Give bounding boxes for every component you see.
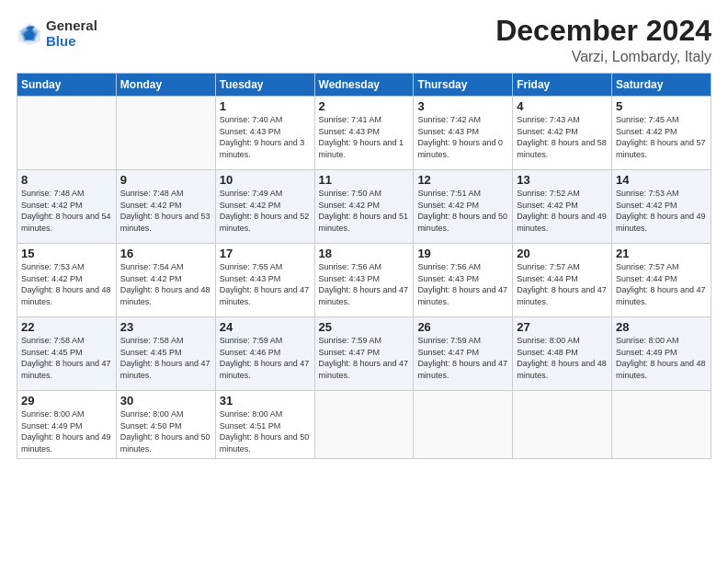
day-number: 9 [120, 173, 211, 187]
day-number: 20 [517, 247, 608, 260]
day-info: Sunrise: 7:56 AM Sunset: 4:43 PM Dayligh… [319, 262, 409, 306]
table-cell: 10Sunrise: 7:49 AM Sunset: 4:42 PM Dayli… [215, 170, 314, 244]
day-info: Sunrise: 7:55 AM Sunset: 4:43 PM Dayligh… [220, 262, 310, 306]
day-info: Sunrise: 7:53 AM Sunset: 4:42 PM Dayligh… [616, 189, 706, 233]
day-info: Sunrise: 7:57 AM Sunset: 4:44 PM Dayligh… [616, 262, 706, 306]
day-number: 10 [220, 173, 311, 187]
day-number: 31 [220, 394, 311, 408]
day-number: 14 [616, 173, 707, 187]
day-info: Sunrise: 7:58 AM Sunset: 4:45 PM Dayligh… [21, 336, 111, 380]
day-number: 30 [120, 394, 211, 408]
day-info: Sunrise: 7:54 AM Sunset: 4:42 PM Dayligh… [120, 262, 210, 306]
logo-general: General [46, 18, 97, 34]
month-title: December 2024 [495, 15, 711, 47]
col-friday: Friday [513, 74, 612, 97]
day-info: Sunrise: 7:40 AM Sunset: 4:43 PM Dayligh… [220, 115, 305, 159]
table-cell: 19Sunrise: 7:56 AM Sunset: 4:43 PM Dayli… [414, 244, 513, 317]
table-cell [116, 97, 215, 170]
calendar-body: 1Sunrise: 7:40 AM Sunset: 4:43 PM Daylig… [17, 97, 711, 458]
day-number: 8 [21, 173, 112, 187]
col-saturday: Saturday [612, 74, 711, 97]
col-tuesday: Tuesday [215, 74, 314, 97]
table-cell: 31Sunrise: 8:00 AM Sunset: 4:51 PM Dayli… [215, 391, 314, 458]
day-info: Sunrise: 7:41 AM Sunset: 4:43 PM Dayligh… [319, 115, 404, 159]
day-number: 24 [220, 320, 311, 334]
table-cell: 15Sunrise: 7:53 AM Sunset: 4:42 PM Dayli… [17, 244, 117, 317]
table-cell: 23Sunrise: 7:58 AM Sunset: 4:45 PM Dayli… [116, 317, 215, 391]
table-cell: 2Sunrise: 7:41 AM Sunset: 4:43 PM Daylig… [314, 97, 414, 170]
table-cell: 12Sunrise: 7:51 AM Sunset: 4:42 PM Dayli… [414, 170, 513, 244]
day-number: 15 [21, 247, 112, 260]
day-info: Sunrise: 8:00 AM Sunset: 4:51 PM Dayligh… [220, 409, 310, 454]
logo-text: General Blue [46, 18, 97, 49]
calendar-table: Sunday Monday Tuesday Wednesday Thursday… [17, 73, 711, 458]
day-info: Sunrise: 7:50 AM Sunset: 4:42 PM Dayligh… [319, 189, 409, 233]
table-cell: 13Sunrise: 7:52 AM Sunset: 4:42 PM Dayli… [513, 170, 612, 244]
day-info: Sunrise: 7:42 AM Sunset: 4:43 PM Dayligh… [417, 115, 503, 159]
day-info: Sunrise: 7:56 AM Sunset: 4:43 PM Dayligh… [417, 262, 507, 306]
day-info: Sunrise: 7:51 AM Sunset: 4:42 PM Dayligh… [417, 189, 507, 233]
day-number: 2 [319, 99, 410, 113]
day-number: 12 [417, 173, 508, 187]
day-info: Sunrise: 8:00 AM Sunset: 4:48 PM Dayligh… [517, 336, 607, 380]
day-info: Sunrise: 7:57 AM Sunset: 4:44 PM Dayligh… [517, 262, 607, 306]
table-cell: 3Sunrise: 7:42 AM Sunset: 4:43 PM Daylig… [414, 97, 513, 170]
day-number: 22 [21, 320, 112, 334]
table-cell: 30Sunrise: 8:00 AM Sunset: 4:50 PM Dayli… [116, 391, 215, 458]
day-number: 28 [616, 320, 707, 334]
day-number: 3 [417, 99, 508, 113]
day-info: Sunrise: 7:59 AM Sunset: 4:47 PM Dayligh… [319, 336, 409, 380]
day-number: 29 [21, 394, 112, 408]
day-info: Sunrise: 8:00 AM Sunset: 4:50 PM Dayligh… [120, 409, 210, 454]
table-cell: 20Sunrise: 7:57 AM Sunset: 4:44 PM Dayli… [513, 244, 612, 317]
day-number: 19 [417, 247, 508, 260]
day-info: Sunrise: 7:43 AM Sunset: 4:42 PM Dayligh… [517, 115, 607, 159]
day-number: 27 [517, 320, 608, 334]
table-cell: 27Sunrise: 8:00 AM Sunset: 4:48 PM Dayli… [513, 317, 612, 391]
table-cell: 1Sunrise: 7:40 AM Sunset: 4:43 PM Daylig… [215, 97, 314, 170]
table-cell: 5Sunrise: 7:45 AM Sunset: 4:42 PM Daylig… [612, 97, 711, 170]
day-info: Sunrise: 7:59 AM Sunset: 4:47 PM Dayligh… [417, 336, 507, 380]
title-block: December 2024 Varzi, Lombardy, Italy [495, 15, 711, 65]
day-number: 18 [319, 247, 410, 260]
day-number: 1 [220, 99, 311, 113]
day-info: Sunrise: 8:00 AM Sunset: 4:49 PM Dayligh… [616, 336, 706, 380]
day-number: 16 [120, 247, 211, 260]
day-number: 17 [220, 247, 311, 260]
table-cell [414, 391, 513, 458]
location-title: Varzi, Lombardy, Italy [495, 49, 711, 65]
day-number: 13 [517, 173, 608, 187]
day-number: 21 [616, 247, 707, 260]
col-sunday: Sunday [17, 74, 117, 97]
table-cell: 21Sunrise: 7:57 AM Sunset: 4:44 PM Dayli… [612, 244, 711, 317]
header-row: Sunday Monday Tuesday Wednesday Thursday… [17, 74, 711, 97]
table-cell: 17Sunrise: 7:55 AM Sunset: 4:43 PM Dayli… [215, 244, 314, 317]
col-monday: Monday [116, 74, 215, 97]
col-thursday: Thursday [414, 74, 513, 97]
table-cell: 29Sunrise: 8:00 AM Sunset: 4:49 PM Dayli… [17, 391, 117, 458]
table-cell: 8Sunrise: 7:48 AM Sunset: 4:42 PM Daylig… [17, 170, 117, 244]
day-number: 4 [517, 99, 608, 113]
table-cell [513, 391, 612, 458]
table-cell [612, 391, 711, 458]
logo-icon [17, 21, 42, 47]
table-cell: 16Sunrise: 7:54 AM Sunset: 4:42 PM Dayli… [116, 244, 215, 317]
day-number: 5 [616, 99, 707, 113]
table-cell: 26Sunrise: 7:59 AM Sunset: 4:47 PM Dayli… [414, 317, 513, 391]
day-number: 26 [417, 320, 508, 334]
day-info: Sunrise: 7:58 AM Sunset: 4:45 PM Dayligh… [120, 336, 210, 380]
calendar-header: Sunday Monday Tuesday Wednesday Thursday… [17, 74, 711, 97]
table-cell: 24Sunrise: 7:59 AM Sunset: 4:46 PM Dayli… [215, 317, 314, 391]
day-number: 25 [319, 320, 410, 334]
day-number: 11 [319, 173, 410, 187]
table-cell: 18Sunrise: 7:56 AM Sunset: 4:43 PM Dayli… [314, 244, 414, 317]
day-info: Sunrise: 7:49 AM Sunset: 4:42 PM Dayligh… [220, 189, 310, 233]
table-cell: 11Sunrise: 7:50 AM Sunset: 4:42 PM Dayli… [314, 170, 414, 244]
day-info: Sunrise: 7:59 AM Sunset: 4:46 PM Dayligh… [220, 336, 310, 380]
logo-blue: Blue [46, 34, 97, 50]
day-info: Sunrise: 7:53 AM Sunset: 4:42 PM Dayligh… [21, 262, 111, 306]
day-info: Sunrise: 7:48 AM Sunset: 4:42 PM Dayligh… [120, 189, 210, 233]
header: General Blue December 2024 Varzi, Lombar… [17, 15, 711, 65]
table-cell: 28Sunrise: 8:00 AM Sunset: 4:49 PM Dayli… [612, 317, 711, 391]
day-info: Sunrise: 7:45 AM Sunset: 4:42 PM Dayligh… [616, 115, 706, 159]
